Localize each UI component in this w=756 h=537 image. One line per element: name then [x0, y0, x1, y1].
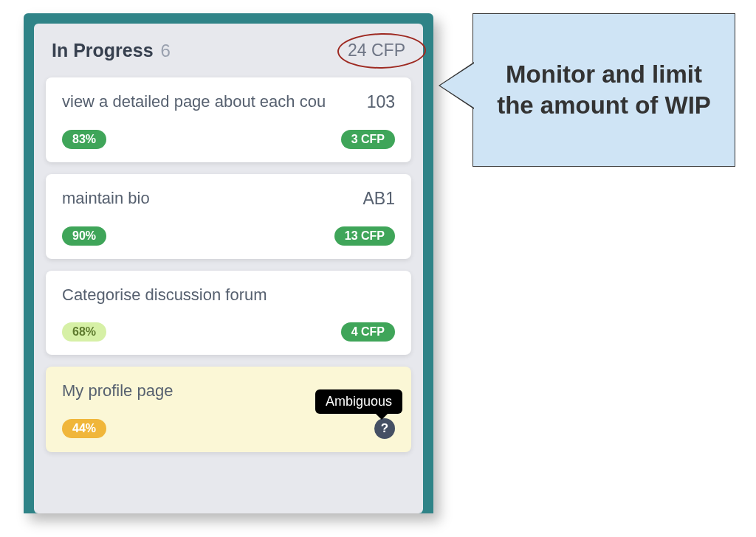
card-title: My profile page — [62, 381, 173, 401]
card-header-row: Categorise discussion forum — [62, 285, 395, 305]
column-total-cfp: 24 CFP — [348, 41, 405, 60]
card-header-row: view a detailed page about each cou 103 — [62, 92, 395, 112]
card-header-row: maintain bio AB1 — [62, 189, 395, 209]
help-icon-glyph: ? — [381, 421, 388, 436]
cfp-pill: 4 CFP — [341, 322, 395, 342]
tooltip-ambiguous: Ambiguous — [315, 389, 402, 414]
column-total-cfp-text: 24 CFP — [348, 41, 405, 60]
column-in-progress: In Progress 6 24 CFP view a detailed pag… — [34, 24, 423, 513]
progress-pill: 83% — [62, 130, 106, 149]
kanban-panel: In Progress 6 24 CFP view a detailed pag… — [24, 13, 433, 513]
column-title-wrap: In Progress 6 — [52, 40, 171, 61]
progress-pill: 90% — [62, 226, 106, 246]
card-title: Categorise discussion forum — [62, 285, 267, 305]
card-footer-row: 44% ? Ambiguous — [62, 418, 395, 439]
column-header: In Progress 6 24 CFP — [46, 40, 411, 77]
card[interactable]: maintain bio AB1 90% 13 CFP — [46, 174, 411, 259]
card-id: 103 — [367, 92, 395, 112]
card[interactable]: My profile page 44% ? Ambiguous — [46, 367, 411, 452]
annotation-callout-text: Monitor and limit the amount of WIP — [487, 59, 721, 121]
card-footer-row: 83% 3 CFP — [62, 130, 395, 149]
progress-pill: 44% — [62, 419, 106, 438]
progress-pill: 68% — [62, 322, 106, 342]
annotation-callout: Monitor and limit the amount of WIP — [472, 13, 735, 167]
card[interactable]: view a detailed page about each cou 103 … — [46, 77, 411, 162]
cfp-pill: 13 CFP — [334, 226, 395, 246]
card-title: view a detailed page about each cou — [62, 92, 326, 111]
card-footer-row: 68% 4 CFP — [62, 322, 395, 342]
cfp-pill: 3 CFP — [341, 130, 395, 149]
card-title: maintain bio — [62, 189, 150, 208]
card-id: AB1 — [363, 189, 395, 209]
help-icon[interactable]: ? Ambiguous — [374, 418, 395, 439]
card[interactable]: Categorise discussion forum 68% 4 CFP — [46, 271, 411, 355]
column-title: In Progress — [52, 40, 154, 61]
card-footer-row: 90% 13 CFP — [62, 226, 395, 246]
column-count: 6 — [161, 41, 171, 61]
callout-arrow — [440, 63, 474, 108]
